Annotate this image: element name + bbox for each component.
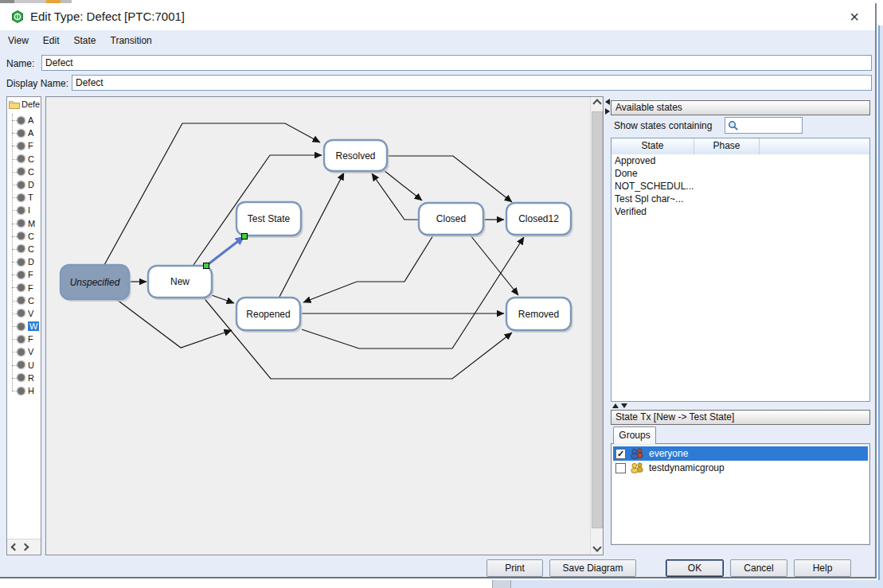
available-state-row[interactable]: Done	[611, 167, 869, 180]
field-node-icon	[18, 220, 25, 227]
canvas-vertical-scrollbar[interactable]	[590, 97, 603, 555]
menu-item-view[interactable]: View	[6, 33, 30, 48]
transition-Closed-to-Reopened[interactable]	[303, 236, 433, 302]
state-node-New[interactable]: New	[148, 266, 214, 300]
scroll-up-button[interactable]	[591, 97, 604, 110]
state-node-Closed12[interactable]: Closed12	[506, 203, 573, 237]
display-name-input[interactable]	[72, 76, 871, 90]
tree-item-0[interactable]: A	[7, 114, 41, 127]
menu-item-state[interactable]: State	[72, 33, 97, 48]
tree-item-label: F	[28, 270, 33, 279]
transition-Closed-to-Removed[interactable]	[471, 236, 518, 295]
transition-New-to-Reopened[interactable]	[212, 295, 234, 303]
print-button[interactable]: Print	[486, 559, 543, 577]
tree-item-3[interactable]: C	[7, 153, 41, 165]
transition-New-to-TestState-selected[interactable]	[206, 236, 244, 266]
transition-handle-end[interactable]	[242, 234, 248, 239]
state-node-Resolved[interactable]: Resolved	[324, 140, 389, 173]
state-node-Reopened[interactable]: Reopened	[236, 298, 303, 333]
tree-root[interactable]: Defe	[9, 99, 40, 109]
expand-down-icon[interactable]	[621, 403, 627, 408]
ok-button[interactable]: OK	[666, 559, 724, 577]
group-row-testdynamicgroup[interactable]: testdynamicgroup	[613, 461, 868, 475]
tree-item-4[interactable]: C	[7, 165, 41, 178]
column-header-state[interactable]: State	[611, 138, 694, 154]
field-node-icon	[18, 142, 25, 150]
checkbox-unchecked[interactable]	[615, 463, 626, 473]
tree-item-17[interactable]: F	[7, 333, 41, 345]
collapse-left-icon[interactable]	[605, 99, 610, 105]
available-state-row[interactable]: NOT_SCHEDUL...	[611, 180, 869, 193]
name-input[interactable]	[42, 56, 871, 70]
tree-item-16[interactable]: W	[7, 320, 41, 333]
chevron-up-icon	[592, 99, 601, 107]
available-state-row[interactable]: Verified	[611, 205, 869, 218]
field-node-icon	[18, 181, 25, 189]
tree-item-label: H	[28, 386, 34, 395]
transition-Closed-to-Resolved[interactable]	[372, 173, 418, 220]
scrollbar-thumb[interactable]	[592, 111, 603, 528]
search-box[interactable]	[725, 117, 803, 134]
tree-item-11[interactable]: D	[7, 255, 41, 268]
available-state-row[interactable]: Test Spl char~...	[611, 193, 869, 205]
horizontal-splitter[interactable]	[612, 403, 627, 408]
transition-Resolved-to-Closed[interactable]	[384, 170, 422, 201]
fields-tree-panel: Defe AAFCCDTIMCCDFFCVWFVURH	[6, 96, 41, 555]
expand-right-icon[interactable]	[605, 108, 610, 115]
transition-Unspecified-to-Resolved[interactable]	[104, 123, 320, 265]
scroll-left-icon[interactable]	[11, 543, 19, 551]
state-label-Unspecified: Unspecified	[70, 277, 120, 288]
state-node-Closed[interactable]: Closed	[419, 203, 486, 237]
state-node-TestState[interactable]: Test State	[236, 202, 303, 238]
tree-item-15[interactable]: V	[7, 307, 41, 320]
tree-horizontal-scrollbar[interactable]	[7, 539, 41, 555]
available-state-row[interactable]: Approved	[611, 154, 869, 167]
column-header-phase[interactable]: Phase	[694, 138, 760, 154]
tree-item-21[interactable]: H	[7, 384, 41, 397]
state-node-Unspecified[interactable]: Unspecified	[61, 265, 131, 302]
tree-root-label: Defe	[21, 99, 40, 109]
field-node-icon	[18, 271, 25, 278]
scroll-right-icon[interactable]	[21, 543, 29, 551]
tree-item-1[interactable]: A	[7, 127, 41, 139]
transition-handle-start[interactable]	[204, 263, 209, 269]
titlebar: Edit Type: Defect [PTC:7001] ×	[0, 3, 875, 30]
vertical-splitter[interactable]	[605, 99, 611, 115]
field-node-icon	[18, 284, 25, 291]
footer-buttons: PrintSave DiagramOKCancelHelp	[0, 559, 875, 578]
save-diagram-button[interactable]: Save Diagram	[549, 559, 636, 577]
filter-label: Show states containing	[614, 120, 712, 131]
menu-item-transition[interactable]: Transition	[109, 33, 154, 48]
tree-item-8[interactable]: M	[7, 217, 41, 230]
transition-Resolved-to-Closed12[interactable]	[388, 156, 512, 202]
tree-item-9[interactable]: C	[7, 230, 41, 243]
workflow-canvas[interactable]: UnspecifiedNewTest StateResolvedClosedCl…	[45, 96, 604, 555]
collapse-up-icon[interactable]	[612, 403, 619, 408]
tree-item-6[interactable]: T	[7, 191, 41, 204]
tree-item-18[interactable]: V	[7, 345, 41, 358]
tree-item-13[interactable]: F	[7, 281, 41, 294]
tree-item-19[interactable]: U	[7, 359, 41, 372]
state-label-Resolved: Resolved	[335, 150, 375, 162]
tree-item-5[interactable]: D	[7, 178, 41, 191]
state-node-Removed[interactable]: Removed	[506, 298, 573, 333]
state-label-Closed12: Closed12	[518, 213, 559, 224]
tree-item-20[interactable]: R	[7, 372, 41, 384]
search-input[interactable]	[740, 119, 801, 132]
tree-item-14[interactable]: C	[7, 294, 41, 307]
transition-Unspecified-to-Reopened[interactable]	[116, 299, 232, 348]
cancel-button[interactable]: Cancel	[730, 559, 787, 577]
close-button[interactable]: ×	[843, 6, 865, 28]
tab-groups[interactable]: Groups	[613, 426, 656, 444]
menu-item-edit[interactable]: Edit	[41, 33, 61, 48]
tree-item-12[interactable]: F	[7, 268, 41, 281]
tree-item-7[interactable]: I	[7, 204, 41, 216]
available-states-table[interactable]: StatePhase ApprovedDoneNOT_SCHEDUL...Tes…	[611, 138, 870, 402]
help-button[interactable]: Help	[794, 559, 851, 577]
tree-item-10[interactable]: C	[7, 243, 41, 255]
tree-item-2[interactable]: F	[7, 139, 41, 152]
scroll-down-button[interactable]	[591, 541, 604, 554]
checkbox-checked[interactable]: ✓	[615, 449, 626, 459]
group-row-everyone[interactable]: ✓everyone	[613, 446, 868, 461]
transition-Reopened-to-Closed12[interactable]	[302, 237, 524, 349]
